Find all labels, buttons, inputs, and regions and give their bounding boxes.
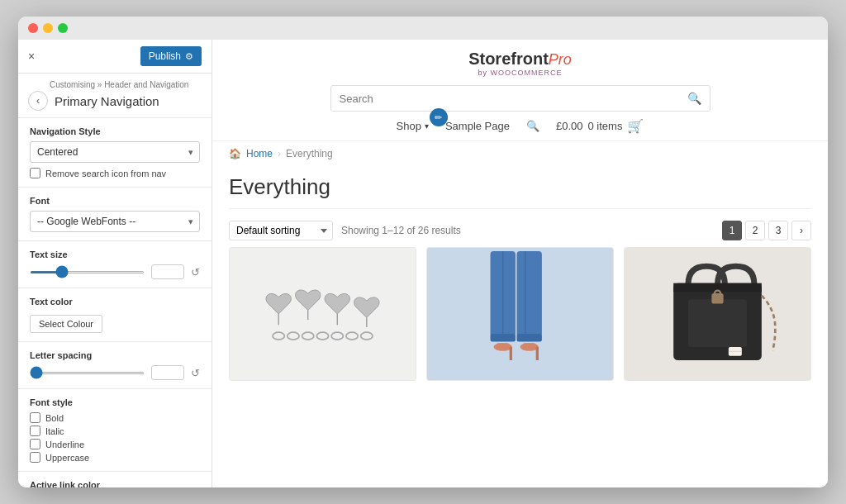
bold-checkbox[interactable] xyxy=(30,412,40,423)
letter-spacing-input[interactable] xyxy=(151,365,184,380)
text-size-reset-icon[interactable]: ↺ xyxy=(191,266,200,278)
browser-window: × Publish ⚙ Customising » Header and Nav… xyxy=(18,17,828,487)
remove-search-row: Remove search icon from nav xyxy=(30,168,200,178)
text-color-select-button[interactable]: Select Colour xyxy=(30,315,102,333)
font-style-list: Bold Italic Underline Uppercase xyxy=(30,412,200,463)
svg-point-6 xyxy=(361,332,373,340)
text-size-range-row: ↺ xyxy=(30,264,200,279)
svg-point-5 xyxy=(346,332,358,340)
svg-rect-21 xyxy=(523,343,536,349)
main-content: StorefrontPro by WOOCOMMERCE 🔍 ✏ Shop ▾ xyxy=(212,40,828,487)
text-size-label: Text size xyxy=(30,250,200,259)
nav-style-label: Navigation Style xyxy=(30,126,200,136)
cart-price: £0.00 xyxy=(556,120,583,132)
cart-area: £0.00 0 items 🛒 xyxy=(556,118,644,134)
store-logo: StorefrontPro by WOOCOMMERCE xyxy=(468,50,572,77)
bag-svg xyxy=(625,248,810,380)
svg-rect-16 xyxy=(517,334,542,342)
uppercase-checkbox[interactable] xyxy=(30,452,40,463)
font-section: Font -- Google WebFonts -- xyxy=(18,187,212,240)
breadcrumb-current: Everything xyxy=(286,148,333,159)
svg-point-2 xyxy=(302,332,314,340)
uppercase-row: Uppercase xyxy=(30,452,200,463)
sidebar-header: × Publish ⚙ xyxy=(18,40,212,74)
svg-point-0 xyxy=(273,332,284,340)
shop-chevron-icon: ▾ xyxy=(425,121,429,131)
product-card-bag[interactable] xyxy=(624,247,811,381)
svg-rect-26 xyxy=(711,293,723,303)
text-size-section: Text size ↺ xyxy=(18,240,212,288)
search-input[interactable] xyxy=(331,87,679,111)
uppercase-label: Uppercase xyxy=(45,453,89,463)
product-image-jeans xyxy=(427,248,613,380)
search-button[interactable]: 🔍 xyxy=(679,86,710,111)
store-pro: Pro xyxy=(549,51,572,68)
minimize-dot[interactable] xyxy=(43,23,53,33)
store-woo: by WOOCOMMERCE xyxy=(468,69,572,77)
svg-point-4 xyxy=(331,332,343,340)
product-card-bracelet[interactable] xyxy=(229,247,416,381)
product-card-jeans[interactable] xyxy=(426,247,614,381)
products-toolbar: Default sorting Sort by popularity Sort … xyxy=(212,214,828,247)
svg-rect-18 xyxy=(497,343,510,349)
breadcrumb-nav: 🏠 Home › Everything xyxy=(212,141,828,166)
sort-select[interactable]: Default sorting Sort by popularity Sort … xyxy=(229,221,333,240)
font-label: Font xyxy=(30,196,200,206)
nav-bar: ✏ Shop ▾ Sample Page 🔍 £0.00 0 items 🛒 xyxy=(212,112,828,141)
edit-pencil-icon[interactable]: ✏ xyxy=(430,108,448,126)
page-3[interactable]: 3 xyxy=(768,221,788,240)
svg-point-3 xyxy=(316,332,328,340)
svg-rect-12 xyxy=(517,251,542,337)
page-2[interactable]: 2 xyxy=(745,221,765,240)
italic-label: Italic xyxy=(45,426,64,436)
letter-spacing-range-row: ↺ xyxy=(30,365,200,380)
results-text: Showing 1–12 of 26 results xyxy=(341,225,461,236)
close-dot[interactable] xyxy=(28,23,38,33)
underline-label: Underline xyxy=(45,440,84,449)
breadcrumb: Customising » Header and Navigation xyxy=(18,74,212,91)
title-bar xyxy=(18,17,828,40)
maximize-dot[interactable] xyxy=(58,23,68,33)
font-style-section: Font style Bold Italic Underline xyxy=(18,388,212,471)
underline-checkbox[interactable] xyxy=(30,439,40,449)
italic-row: Italic xyxy=(30,426,200,436)
letter-spacing-section: Letter spacing ↺ xyxy=(18,341,212,388)
bold-label: Bold xyxy=(45,413,64,423)
nav-style-select[interactable]: Centered Left Right xyxy=(30,141,200,163)
sample-page-label: Sample Page xyxy=(445,120,510,132)
letter-spacing-reset-icon[interactable]: ↺ xyxy=(191,367,200,379)
jeans-svg xyxy=(427,248,613,380)
close-sidebar-button[interactable]: × xyxy=(28,50,35,63)
bracelet-svg xyxy=(230,248,416,380)
sidebar: × Publish ⚙ Customising » Header and Nav… xyxy=(18,40,212,487)
pagination: 1 2 3 › xyxy=(722,221,811,240)
font-select[interactable]: -- Google WebFonts -- xyxy=(30,211,200,232)
publish-button[interactable]: Publish ⚙ xyxy=(140,46,202,66)
svg-rect-15 xyxy=(491,334,516,342)
underline-row: Underline xyxy=(30,439,200,449)
cart-icon[interactable]: 🛒 xyxy=(627,118,644,134)
svg-rect-19 xyxy=(510,347,512,360)
breadcrumb-home[interactable]: Home xyxy=(246,148,273,159)
nav-item-shop[interactable]: Shop ▾ xyxy=(397,120,429,132)
shop-label: Shop xyxy=(397,120,421,132)
page-1[interactable]: 1 xyxy=(722,221,742,240)
nav-style-select-wrap: Centered Left Right xyxy=(30,141,200,163)
window-body: × Publish ⚙ Customising » Header and Nav… xyxy=(18,40,828,487)
remove-search-checkbox[interactable] xyxy=(30,168,40,178)
italic-checkbox[interactable] xyxy=(30,426,40,436)
back-button[interactable]: ‹ xyxy=(28,91,48,111)
text-color-label: Text color xyxy=(30,297,200,307)
remove-search-label: Remove search icon from nav xyxy=(45,169,166,178)
svg-rect-22 xyxy=(536,347,539,360)
nav-item-sample-page[interactable]: Sample Page xyxy=(445,120,510,132)
text-size-range[interactable] xyxy=(30,271,145,273)
page-next[interactable]: › xyxy=(791,221,811,240)
gear-icon: ⚙ xyxy=(185,51,193,62)
search-nav-icon[interactable]: 🔍 xyxy=(526,120,539,132)
svg-point-1 xyxy=(288,332,299,340)
cart-items: 0 items xyxy=(588,120,623,132)
letter-spacing-range[interactable] xyxy=(30,372,145,374)
text-size-input[interactable] xyxy=(151,264,184,279)
breadcrumb-separator: › xyxy=(278,148,281,159)
